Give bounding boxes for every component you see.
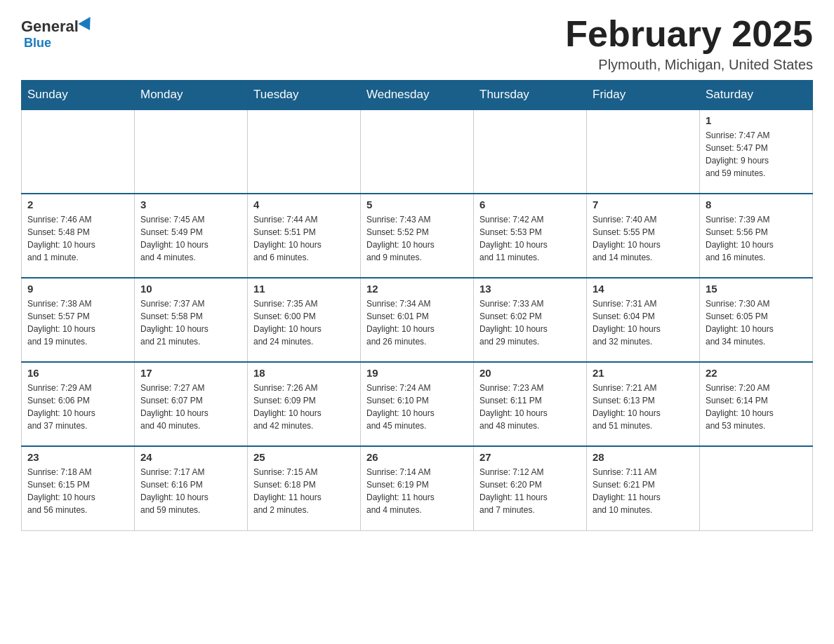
calendar-cell: 16Sunrise: 7:29 AM Sunset: 6:06 PM Dayli… xyxy=(22,362,135,446)
calendar-cell: 12Sunrise: 7:34 AM Sunset: 6:01 PM Dayli… xyxy=(361,278,474,362)
weekday-header-wednesday: Wednesday xyxy=(361,81,474,110)
day-number: 21 xyxy=(593,367,694,379)
day-number: 25 xyxy=(253,451,355,463)
calendar-cell: 26Sunrise: 7:14 AM Sunset: 6:19 PM Dayli… xyxy=(361,446,474,530)
calendar-cell: 8Sunrise: 7:39 AM Sunset: 5:56 PM Daylig… xyxy=(700,194,813,278)
logo: General Blue xyxy=(21,14,94,51)
weekday-header-tuesday: Tuesday xyxy=(248,81,361,110)
day-number: 26 xyxy=(366,451,468,463)
day-number: 27 xyxy=(479,451,581,463)
calendar-week-2: 2Sunrise: 7:46 AM Sunset: 5:48 PM Daylig… xyxy=(22,194,813,278)
calendar-week-5: 23Sunrise: 7:18 AM Sunset: 6:15 PM Dayli… xyxy=(22,446,813,530)
calendar-cell xyxy=(587,109,700,194)
day-number: 18 xyxy=(253,367,355,379)
calendar-cell: 14Sunrise: 7:31 AM Sunset: 6:04 PM Dayli… xyxy=(587,278,700,362)
day-info: Sunrise: 7:33 AM Sunset: 6:02 PM Dayligh… xyxy=(479,297,581,348)
day-number: 3 xyxy=(140,199,241,210)
day-info: Sunrise: 7:42 AM Sunset: 5:53 PM Dayligh… xyxy=(479,213,581,264)
weekday-header-thursday: Thursday xyxy=(474,81,587,110)
title-area: February 2025 Plymouth, Michigan, United… xyxy=(565,14,813,73)
day-number: 20 xyxy=(479,367,581,379)
calendar-week-4: 16Sunrise: 7:29 AM Sunset: 6:06 PM Dayli… xyxy=(22,362,813,446)
logo-general: General xyxy=(21,18,79,36)
calendar-cell: 20Sunrise: 7:23 AM Sunset: 6:11 PM Dayli… xyxy=(474,362,587,446)
day-number: 11 xyxy=(253,283,355,295)
day-info: Sunrise: 7:47 AM Sunset: 5:47 PM Dayligh… xyxy=(706,129,807,180)
calendar-cell: 19Sunrise: 7:24 AM Sunset: 6:10 PM Dayli… xyxy=(361,362,474,446)
day-number: 23 xyxy=(27,451,128,463)
calendar-cell: 18Sunrise: 7:26 AM Sunset: 6:09 PM Dayli… xyxy=(248,362,361,446)
day-info: Sunrise: 7:15 AM Sunset: 6:18 PM Dayligh… xyxy=(253,466,355,516)
calendar-cell: 23Sunrise: 7:18 AM Sunset: 6:15 PM Dayli… xyxy=(22,446,135,530)
day-number: 6 xyxy=(479,199,581,210)
day-info: Sunrise: 7:39 AM Sunset: 5:56 PM Dayligh… xyxy=(706,213,807,264)
calendar-cell: 27Sunrise: 7:12 AM Sunset: 6:20 PM Dayli… xyxy=(474,446,587,530)
calendar-cell: 25Sunrise: 7:15 AM Sunset: 6:18 PM Dayli… xyxy=(248,446,361,530)
day-info: Sunrise: 7:29 AM Sunset: 6:06 PM Dayligh… xyxy=(27,382,128,432)
weekday-header-sunday: Sunday xyxy=(22,81,135,110)
day-number: 22 xyxy=(706,367,807,379)
day-number: 24 xyxy=(140,451,241,463)
day-info: Sunrise: 7:18 AM Sunset: 6:15 PM Dayligh… xyxy=(27,466,128,516)
calendar-cell: 11Sunrise: 7:35 AM Sunset: 6:00 PM Dayli… xyxy=(248,278,361,362)
day-info: Sunrise: 7:17 AM Sunset: 6:16 PM Dayligh… xyxy=(140,466,241,516)
day-number: 10 xyxy=(140,283,241,295)
day-info: Sunrise: 7:24 AM Sunset: 6:10 PM Dayligh… xyxy=(366,382,468,432)
day-number: 1 xyxy=(706,114,807,126)
day-info: Sunrise: 7:45 AM Sunset: 5:49 PM Dayligh… xyxy=(140,213,241,264)
calendar-cell: 22Sunrise: 7:20 AM Sunset: 6:14 PM Dayli… xyxy=(700,362,813,446)
day-info: Sunrise: 7:12 AM Sunset: 6:20 PM Dayligh… xyxy=(479,466,581,516)
calendar-cell xyxy=(474,109,587,194)
day-info: Sunrise: 7:20 AM Sunset: 6:14 PM Dayligh… xyxy=(706,382,807,432)
day-info: Sunrise: 7:37 AM Sunset: 5:58 PM Dayligh… xyxy=(140,297,241,348)
day-number: 4 xyxy=(253,199,355,210)
logo-blue: Blue xyxy=(24,36,51,50)
day-number: 15 xyxy=(706,283,807,295)
calendar-cell: 1Sunrise: 7:47 AM Sunset: 5:47 PM Daylig… xyxy=(700,109,813,194)
day-info: Sunrise: 7:21 AM Sunset: 6:13 PM Dayligh… xyxy=(593,382,694,432)
day-number: 9 xyxy=(27,283,128,295)
day-info: Sunrise: 7:11 AM Sunset: 6:21 PM Dayligh… xyxy=(593,466,694,516)
calendar-cell xyxy=(22,109,135,194)
day-info: Sunrise: 7:34 AM Sunset: 6:01 PM Dayligh… xyxy=(366,297,468,348)
weekday-header-friday: Friday xyxy=(587,81,700,110)
day-number: 8 xyxy=(706,199,807,210)
calendar-cell: 15Sunrise: 7:30 AM Sunset: 6:05 PM Dayli… xyxy=(700,278,813,362)
month-title: February 2025 xyxy=(565,14,813,54)
weekday-header-saturday: Saturday xyxy=(700,81,813,110)
day-number: 16 xyxy=(27,367,128,379)
calendar-cell: 9Sunrise: 7:38 AM Sunset: 5:57 PM Daylig… xyxy=(22,278,135,362)
day-info: Sunrise: 7:43 AM Sunset: 5:52 PM Dayligh… xyxy=(366,213,468,264)
calendar-cell xyxy=(700,446,813,530)
calendar-cell: 24Sunrise: 7:17 AM Sunset: 6:16 PM Dayli… xyxy=(135,446,248,530)
day-info: Sunrise: 7:35 AM Sunset: 6:00 PM Dayligh… xyxy=(253,297,355,348)
calendar-week-1: 1Sunrise: 7:47 AM Sunset: 5:47 PM Daylig… xyxy=(22,109,813,194)
day-info: Sunrise: 7:31 AM Sunset: 6:04 PM Dayligh… xyxy=(593,297,694,348)
calendar-week-3: 9Sunrise: 7:38 AM Sunset: 5:57 PM Daylig… xyxy=(22,278,813,362)
calendar-table: SundayMondayTuesdayWednesdayThursdayFrid… xyxy=(21,80,813,531)
calendar-cell: 21Sunrise: 7:21 AM Sunset: 6:13 PM Dayli… xyxy=(587,362,700,446)
day-number: 13 xyxy=(479,283,581,295)
day-info: Sunrise: 7:26 AM Sunset: 6:09 PM Dayligh… xyxy=(253,382,355,432)
weekday-header-row: SundayMondayTuesdayWednesdayThursdayFrid… xyxy=(22,81,813,110)
day-number: 14 xyxy=(593,283,694,295)
day-info: Sunrise: 7:44 AM Sunset: 5:51 PM Dayligh… xyxy=(253,213,355,264)
location: Plymouth, Michigan, United States xyxy=(565,57,813,73)
calendar-cell xyxy=(135,109,248,194)
day-number: 12 xyxy=(366,283,468,295)
day-info: Sunrise: 7:46 AM Sunset: 5:48 PM Dayligh… xyxy=(27,213,128,264)
calendar-cell: 17Sunrise: 7:27 AM Sunset: 6:07 PM Dayli… xyxy=(135,362,248,446)
calendar-cell xyxy=(361,109,474,194)
day-number: 19 xyxy=(366,367,468,379)
day-info: Sunrise: 7:27 AM Sunset: 6:07 PM Dayligh… xyxy=(140,382,241,432)
calendar-cell: 2Sunrise: 7:46 AM Sunset: 5:48 PM Daylig… xyxy=(22,194,135,278)
day-info: Sunrise: 7:40 AM Sunset: 5:55 PM Dayligh… xyxy=(593,213,694,264)
day-number: 5 xyxy=(366,199,468,210)
calendar-cell: 4Sunrise: 7:44 AM Sunset: 5:51 PM Daylig… xyxy=(248,194,361,278)
calendar-cell: 28Sunrise: 7:11 AM Sunset: 6:21 PM Dayli… xyxy=(587,446,700,530)
weekday-header-monday: Monday xyxy=(135,81,248,110)
calendar-cell: 3Sunrise: 7:45 AM Sunset: 5:49 PM Daylig… xyxy=(135,194,248,278)
calendar-cell xyxy=(248,109,361,194)
day-number: 28 xyxy=(593,451,694,463)
day-number: 17 xyxy=(140,367,241,379)
